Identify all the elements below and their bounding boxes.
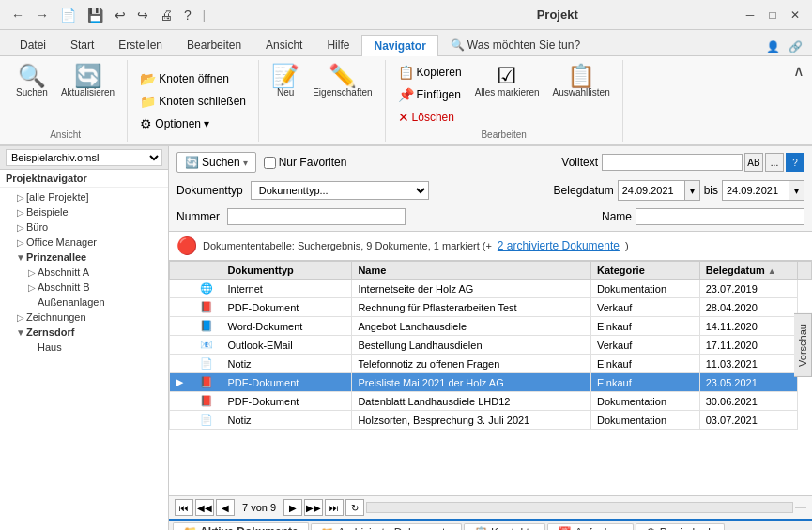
page-next-next-btn[interactable]: ▶▶ xyxy=(304,499,323,516)
tree-item-zeichnungen[interactable]: ▷ Zeichnungen xyxy=(0,310,168,325)
help-tb-btn[interactable]: ? xyxy=(180,6,195,24)
archivierte-docs-link[interactable]: 2 archivierte Dokumente xyxy=(498,239,620,252)
loeschen-btn[interactable]: ✕ Löschen xyxy=(393,107,467,128)
aktualisieren-btn[interactable]: 🔄 Aktualisieren xyxy=(56,62,119,100)
knoten-oeffnen-btn[interactable]: 📂 Knoten öffnen xyxy=(135,68,251,89)
redo-btn[interactable]: ↪ xyxy=(133,6,152,24)
eigenschaften-btn[interactable]: ✏️ Eigenschaften xyxy=(308,62,376,100)
suchen-btn[interactable]: 🔍 Suchen xyxy=(11,62,53,100)
col-belegdatum-header[interactable]: Belegdatum ▲ xyxy=(699,262,797,280)
tree-item-beispiele[interactable]: ▷ Beispiele xyxy=(0,204,168,220)
tree-toggle[interactable]: ▷ xyxy=(15,222,26,233)
belegdatum-von-cal-btn[interactable]: ▾ xyxy=(684,181,699,200)
tree-item-abschnitt-b[interactable]: ▷ Abschnitt B xyxy=(0,280,168,295)
btab-kontakte[interactable]: 📋 Kontakte xyxy=(464,523,545,531)
archive-select[interactable]: Beispielarchiv.omsl xyxy=(6,149,162,166)
tab-erstellen[interactable]: Erstellen xyxy=(106,34,175,55)
btab-aktive-dokumente[interactable]: 📁 Aktive Dokumente xyxy=(173,522,309,530)
print-btn[interactable]: 🖨 xyxy=(156,6,176,24)
forward-btn[interactable]: → xyxy=(32,6,53,24)
table-row-selected[interactable]: ▶ 📕 PDF-Dokument Preisliste Mai 2021 der… xyxy=(170,373,812,392)
volltext-dots-btn[interactable]: ... xyxy=(765,153,784,172)
new-doc-btn[interactable]: 📄 xyxy=(56,6,80,24)
optionen-btn[interactable]: ⚙ Optionen ▾ xyxy=(135,114,251,134)
tree-item-alle-projekte[interactable]: ▷ [alle Projekte] xyxy=(0,189,168,204)
tree-item-abschnitt-a[interactable]: ▷ Abschnitt A xyxy=(0,265,168,280)
minimize-btn[interactable]: ─ xyxy=(741,7,759,23)
tree-toggle[interactable]: ▷ xyxy=(15,237,26,248)
neu-btn[interactable]: 📝 Neu xyxy=(267,62,304,100)
scroll-end xyxy=(795,507,806,508)
tree-item-haus[interactable]: Haus xyxy=(0,340,168,355)
dokumenttyp-select[interactable]: Dokumenttyp... Internet PDF-Dokument Wor… xyxy=(251,181,429,200)
alles-markieren-btn[interactable]: ☑ Alles markieren xyxy=(470,62,544,100)
tree-toggle[interactable]: ▷ xyxy=(15,207,26,218)
options-icon: ⚙ xyxy=(140,116,152,131)
tab-bearbeiten[interactable]: Bearbeiten xyxy=(175,34,253,55)
table-row[interactable]: 📧 Outlook-EMail Bestellung Landhausdiele… xyxy=(170,336,812,355)
table-row[interactable]: 📄 Notiz Telefonnotiz zu offenen Fragen E… xyxy=(170,355,812,373)
belegdatum-von-input[interactable] xyxy=(619,183,684,198)
tab-search[interactable]: 🔍 Was möchten Sie tun? xyxy=(438,34,592,55)
tree-item-aussenanlagen[interactable]: Außenanlagen xyxy=(0,295,168,310)
btab-papierkorb[interactable]: 🗑 Papierkorb xyxy=(636,523,725,531)
page-refresh-btn[interactable]: ↻ xyxy=(345,499,364,516)
table-row[interactable]: 📕 PDF-Dokument Datenblatt Landhausdiele … xyxy=(170,392,812,411)
close-btn[interactable]: ✕ xyxy=(786,7,804,23)
tree-toggle[interactable]: ▼ xyxy=(15,252,26,263)
tree-item-office-manager[interactable]: ▷ Office Manager xyxy=(0,235,168,250)
dropdown-arrow-icon: ▾ xyxy=(243,158,248,168)
tree-item-zernsdorf[interactable]: ▼ Zernsdorf xyxy=(0,325,168,340)
btab-archivierte-dokumente[interactable]: 📂 Archivierte Dokumente xyxy=(311,523,462,531)
page-last-btn[interactable]: ⏭ xyxy=(325,499,344,516)
vorschau-tab[interactable]: Vorschau xyxy=(794,313,812,377)
tree-toggle[interactable]: ▼ xyxy=(15,327,26,338)
save-btn[interactable]: 💾 xyxy=(84,6,107,24)
table-row[interactable]: 📘 Word-Dokument Angebot Landhausdiele Ei… xyxy=(170,317,812,336)
volltext-help-btn[interactable]: ? xyxy=(786,153,804,172)
volltext-input[interactable] xyxy=(602,154,743,171)
page-prev-prev-btn[interactable]: ◀◀ xyxy=(195,499,214,516)
back-btn[interactable]: ← xyxy=(8,6,28,24)
tree-toggle[interactable]: ▷ xyxy=(26,267,38,278)
col-dokumenttyp-header[interactable]: Dokumenttyp xyxy=(222,262,352,280)
btab-aufgaben[interactable]: 📅 Aufgaben xyxy=(547,523,633,531)
search-bar: 🔄 Suchen ▾ Nur Favoriten Volltext AB ...… xyxy=(169,146,812,232)
undo-btn[interactable]: ↩ xyxy=(111,6,130,24)
tree-item-prinzenallee[interactable]: ▼ Prinzenallee xyxy=(0,250,168,265)
tab-navigator[interactable]: Navigator xyxy=(361,35,437,56)
auswahllisten-btn[interactable]: 📋 Auswahllisten xyxy=(548,62,615,100)
tree-item-buero[interactable]: ▷ Büro xyxy=(0,220,168,235)
table-row[interactable]: 📄 Notiz Holzsorten, Besprechung 3. Juli … xyxy=(170,411,812,430)
col-name-header[interactable]: Name xyxy=(352,262,591,280)
page-prev-btn[interactable]: ◀ xyxy=(216,499,235,516)
ribbon-account-btn[interactable]: 👤 xyxy=(763,38,782,55)
tree-toggle[interactable]: ▷ xyxy=(15,192,26,203)
suchen-bar-btn[interactable]: 🔄 Suchen ▾ xyxy=(176,152,256,173)
favoriten-checkbox[interactable] xyxy=(264,157,276,169)
nummer-input[interactable] xyxy=(227,208,406,225)
maximize-btn[interactable]: □ xyxy=(763,7,782,23)
tree-toggle[interactable]: ▷ xyxy=(26,282,38,293)
table-row[interactable]: 🌐 Internet Internetseite der Holz AG Dok… xyxy=(170,280,812,298)
tree-toggle[interactable]: ▷ xyxy=(15,312,26,323)
tab-ansicht[interactable]: Ansicht xyxy=(253,34,314,55)
page-next-btn[interactable]: ▶ xyxy=(283,499,302,516)
tab-hilfe[interactable]: Hilfe xyxy=(314,34,361,55)
belegdatum-bis-cal-btn[interactable]: ▾ xyxy=(789,181,804,200)
einfuegen-btn[interactable]: 📌 Einfügen xyxy=(393,84,467,105)
horizontal-scrollbar[interactable] xyxy=(366,502,793,513)
tab-datei[interactable]: Datei xyxy=(8,34,58,55)
page-first-btn[interactable]: ⏮ xyxy=(175,499,193,516)
ribbon-share-btn[interactable]: 🔗 xyxy=(786,38,804,55)
col-kategorie-header[interactable]: Kategorie xyxy=(591,262,700,280)
volltext-ab-btn[interactable]: AB xyxy=(744,153,763,172)
name-input[interactable] xyxy=(636,208,804,225)
collapse-ribbon-btn[interactable]: ∧ xyxy=(789,62,808,79)
belegdatum-bis-input[interactable] xyxy=(723,183,789,198)
knoten-schliessen-btn[interactable]: 📁 Knoten schließen xyxy=(135,91,251,112)
kopieren-btn[interactable]: 📋 Kopieren xyxy=(393,62,467,83)
tab-start[interactable]: Start xyxy=(58,34,106,55)
projektnavigator-label: Projektnavigator xyxy=(0,170,168,188)
table-row[interactable]: 📕 PDF-Dokument Rechnung für Pflasterarbe… xyxy=(170,298,812,317)
